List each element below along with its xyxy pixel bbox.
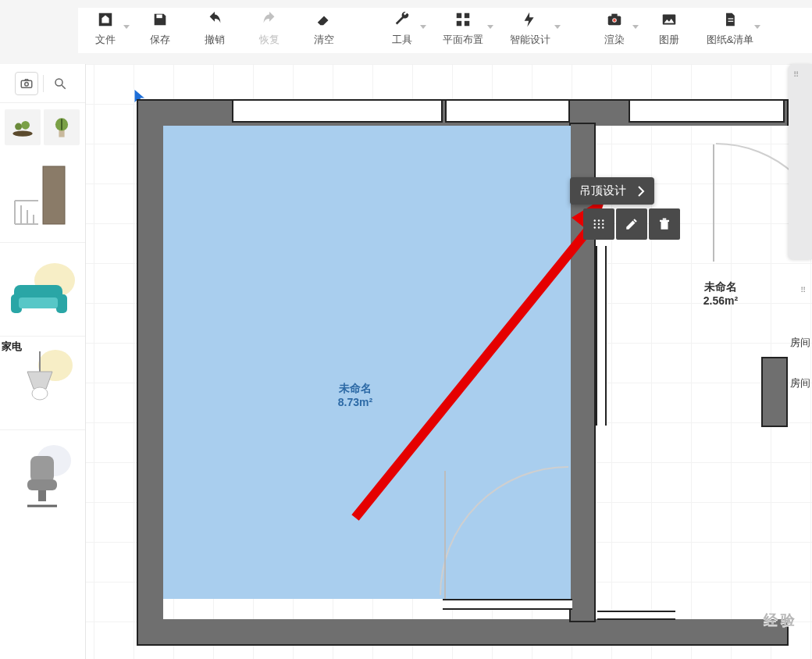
svg-point-13 [24, 82, 28, 86]
svg-rect-22 [43, 166, 65, 224]
svg-line-15 [62, 85, 66, 89]
svg-point-16 [12, 131, 32, 137]
wrench-icon [391, 9, 413, 30]
eraser-icon [313, 9, 335, 30]
popup-edit-button[interactable] [616, 208, 647, 240]
svg-rect-52 [661, 222, 668, 230]
search-button[interactable] [48, 72, 72, 95]
room-selected-area: 8.73m² [308, 396, 402, 410]
dropdown-arrow-icon [420, 25, 426, 29]
right-panel-label-2: 房间 [790, 376, 810, 390]
svg-point-46 [594, 223, 596, 225]
left-sidebar: 家电 [0, 64, 86, 659]
svg-point-43 [594, 219, 596, 221]
room-other-name: 未命名 [674, 280, 767, 294]
main-toolbar: 文件 保存 撤销 恢复 清空 工具 平面布置 [78, 8, 812, 53]
separator [43, 75, 44, 92]
toolbar-tools[interactable]: 工具 [383, 9, 422, 47]
sidebar-item-door[interactable] [0, 148, 85, 242]
toolbar-smart[interactable]: 智能设计 [504, 9, 556, 47]
right-panel-handle-top[interactable]: ⠿ [789, 64, 812, 259]
dropdown-arrow-icon [632, 25, 639, 29]
popup-move-button[interactable] [583, 208, 614, 240]
camera-button[interactable] [15, 72, 38, 95]
dropdown-arrow-icon [754, 25, 760, 29]
svg-point-14 [55, 79, 62, 86]
undo-icon [204, 9, 226, 30]
popup-label: 吊顶设计 [579, 183, 626, 198]
svg-point-7 [613, 19, 616, 22]
camera-icon [604, 9, 625, 30]
toolbar-redo[interactable]: 恢复 [250, 9, 289, 47]
svg-rect-54 [663, 219, 667, 220]
home-icon [94, 9, 116, 30]
toolbar-tools-label: 工具 [392, 33, 412, 47]
toolbar-layout-label: 平面布置 [443, 33, 483, 47]
svg-point-44 [598, 219, 600, 221]
thumb-plant-1[interactable] [5, 109, 41, 145]
grip-icon: ⠿ [795, 286, 812, 294]
svg-rect-12 [21, 80, 32, 87]
toolbar-undo-label: 撤销 [205, 33, 225, 47]
svg-point-37 [32, 387, 48, 400]
right-panel-label-1: 房间 [790, 336, 810, 350]
svg-rect-0 [156, 15, 162, 19]
toolbar-save-label: 保存 [150, 33, 170, 47]
canvas[interactable]: 未命名 8.73m² 未命名 2.56m² 吊顶设计 ⠿ [86, 64, 812, 659]
toolbar-clear[interactable]: 清空 [304, 9, 344, 47]
watermark: 经验 [764, 611, 798, 629]
toolbar-clear-label: 清空 [314, 33, 334, 47]
svg-point-50 [598, 226, 600, 228]
toolbar-render[interactable]: 渲染 [595, 9, 634, 47]
chevron-right-icon [637, 186, 645, 197]
toolbar-album[interactable]: 图册 [650, 9, 689, 47]
thumb-plant-2[interactable] [44, 109, 80, 145]
svg-point-48 [602, 223, 604, 225]
grip-icon: ⠿ [793, 70, 800, 79]
room-other-label: 未命名 2.56m² [674, 280, 767, 308]
sidebar-item-chair[interactable] [0, 429, 85, 523]
svg-rect-53 [660, 220, 669, 222]
popup-delete-button[interactable] [649, 208, 680, 240]
dropdown-arrow-icon [487, 25, 493, 29]
toolbar-drawings-label: 图纸&清单 [707, 33, 754, 47]
svg-rect-2 [465, 13, 469, 18]
svg-rect-19 [59, 130, 64, 137]
toolbar-undo[interactable]: 撤销 [195, 9, 234, 47]
sidebar-item-sofa[interactable] [0, 242, 85, 336]
sidebar-item-lamp-label: 家电 [2, 340, 22, 354]
ceiling-design-popup[interactable]: 吊顶设计 [570, 177, 654, 205]
svg-point-49 [594, 226, 596, 228]
svg-rect-39 [30, 456, 54, 483]
redo-icon [258, 9, 280, 30]
toolbar-album-label: 图册 [659, 33, 679, 47]
toolbar-smart-label: 智能设计 [510, 33, 550, 47]
dropdown-arrow-icon [123, 25, 130, 29]
svg-rect-33 [56, 294, 67, 313]
popup-actions [583, 208, 680, 240]
svg-point-45 [602, 219, 604, 221]
toolbar-render-label: 渲染 [604, 33, 625, 47]
room-selected-name: 未命名 [308, 382, 402, 396]
svg-rect-4 [465, 21, 469, 26]
sidebar-item-lamp[interactable]: 家电 [0, 336, 85, 429]
toolbar-file-label: 文件 [95, 33, 116, 47]
grid-icon [452, 9, 474, 30]
svg-point-17 [15, 123, 22, 130]
svg-point-18 [21, 121, 30, 130]
save-icon [149, 9, 171, 30]
right-panel-handle-mid[interactable]: ⠿ [795, 283, 812, 297]
svg-rect-34 [19, 297, 58, 308]
toolbar-file[interactable]: 文件 [86, 9, 125, 47]
room-selected-label: 未命名 8.73m² [308, 382, 402, 409]
doc-icon [719, 9, 741, 30]
toolbar-save[interactable]: 保存 [141, 9, 180, 47]
bolt-icon [519, 9, 541, 30]
svg-point-47 [598, 223, 600, 225]
svg-rect-1 [457, 13, 461, 18]
svg-rect-10 [728, 18, 734, 19]
floor-plan: 未命名 8.73m² 未命名 2.56m² 吊顶设计 [137, 99, 785, 638]
toolbar-drawings[interactable]: 图纸&清单 [704, 9, 756, 47]
toolbar-layout[interactable]: 平面布置 [437, 9, 489, 47]
toolbar-redo-label: 恢复 [259, 33, 280, 47]
